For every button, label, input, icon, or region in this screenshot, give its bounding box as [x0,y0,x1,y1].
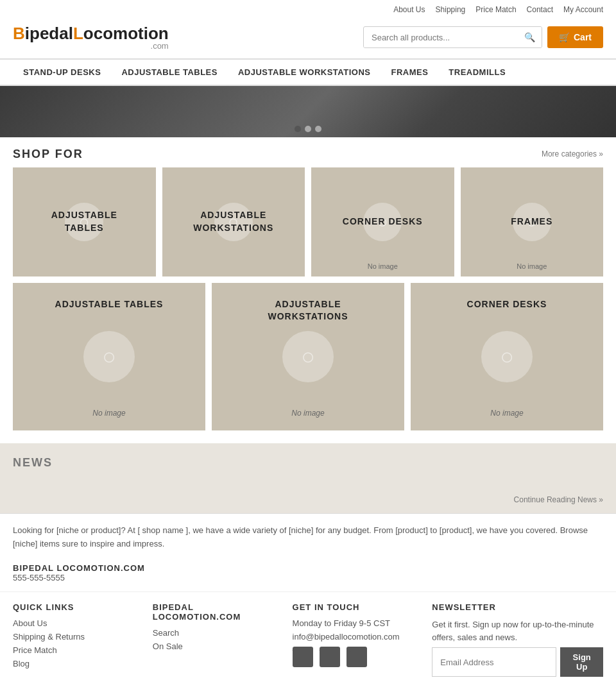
nav-frames[interactable]: FRAMES [381,60,438,85]
logo-sub: .com [13,42,169,51]
cat-no-image: No image [291,409,324,418]
cat-title: CORNER DESKS [336,216,429,228]
footer-pricematch-link[interactable]: Price Match [13,645,127,655]
contact-hours: Monday to Friday 9-5 CST [293,618,407,628]
cat-corner-desks-1[interactable]: ○ CORNER DESKS No image [311,167,454,276]
logo[interactable]: BipedalLocomotion .com [13,24,169,51]
brand-col-title: BIPEDAL LOCOMOTION.COM [153,602,267,622]
nav-adjustable-tables[interactable]: ADJUSTABLE TABLES [111,60,228,85]
newsletter-form: Sign Up [432,647,603,677]
footer-contact-bar: BIPEDAL LOCOMOTION.COM 555-555-5555 [0,559,616,591]
newsletter-email-input[interactable] [432,647,556,677]
cat-title: FRAMES [504,216,559,228]
cat-image-placeholder: ○ [282,331,334,382]
hero-dot-3[interactable] [315,126,321,132]
hero-dots [295,126,321,132]
footer-blurb: Looking for [niche or product]? At [ sho… [0,513,616,560]
hero-banner [0,86,616,137]
social-icons: t f p [293,647,407,671]
newsletter-desc: Get it first. Sign up now for up-to-the-… [432,618,603,643]
footer-phone: 555-555-5555 [13,573,603,582]
cart-icon: 🛒 [559,32,570,42]
news-continue: Continue Reading News » [13,476,603,513]
cat-title: ADJUSTABLEWORKSTATIONS [187,209,280,234]
hero-dot-1[interactable] [295,126,301,132]
shop-title: SHOP FOR [13,148,83,161]
news-title: NEWS [13,450,603,476]
search-box: 🔍 [363,26,542,48]
search-input[interactable] [364,28,518,47]
footer-shipping-link[interactable]: Shipping & Returns [13,632,127,642]
footer-contact-col: GET IN TOUCH Monday to Friday 9-5 CST in… [293,602,407,677]
header: BipedalLocomotion .com 🔍 🛒 Cart [0,19,616,58]
topbar-pricematch[interactable]: Price Match [475,5,516,14]
newsletter-signup-button[interactable]: Sign Up [560,647,603,677]
cat-title: ADJUSTABLETABLES [45,209,124,234]
footer-search-link[interactable]: Search [153,628,267,638]
contact-email: info@bipedallocomotion.com [293,632,407,642]
contact-col-title: GET IN TOUCH [293,602,407,612]
footer-blurb-text: Looking for [niche or product]? At [ sho… [13,525,588,548]
cart-button[interactable]: 🛒 Cart [547,26,603,48]
cat-frames-1[interactable]: ○ FRAMES No image [461,167,604,276]
footer-quicklinks-col: QUICK LINKS About Us Shipping & Returns … [13,602,127,677]
cat-no-image: No image [368,262,398,270]
cart-label: Cart [574,32,592,42]
topbar-myaccount[interactable]: My Account [563,5,603,14]
hero-dot-2[interactable] [305,126,311,132]
footer-newsletter-col: NEWSLETTER Get it first. Sign up now for… [432,602,603,677]
cat-image-placeholder: ○ [83,331,135,382]
more-categories-link[interactable]: More categories » [542,149,603,158]
nav-standup-desks[interactable]: STAND-UP DESKS [13,60,111,85]
footer-blog-link[interactable]: Blog [13,659,127,668]
cat-no-image: No image [490,409,523,418]
search-cart-area: 🔍 🛒 Cart [363,26,603,48]
newsletter-title: NEWSLETTER [432,602,603,612]
cat-title: ADJUSTABLEWORKSTATIONS [212,298,404,323]
continue-reading-link[interactable]: Continue Reading News » [514,495,603,504]
topbar-about[interactable]: About Us [393,5,425,14]
top-bar: About Us Shipping Price Match Contact My… [0,0,616,19]
footer-onsale-link[interactable]: On Sale [153,642,267,651]
cat-title: CORNER DESKS [411,298,603,311]
cat-title: ADJUSTABLE TABLES [13,298,205,311]
footer-about-link[interactable]: About Us [13,618,127,628]
category-row-2: ADJUSTABLE TABLES ○ No image ADJUSTABLEW… [0,283,616,443]
pinterest-icon[interactable]: p [346,647,367,667]
shop-section-header: SHOP FOR More categories » [0,137,616,167]
cat-adjustable-workstations-2[interactable]: ADJUSTABLEWORKSTATIONS ○ No image [212,283,404,430]
cat-no-image: No image [92,409,125,418]
cat-corner-desks-2[interactable]: CORNER DESKS ○ No image [411,283,603,430]
topbar-contact[interactable]: Contact [527,5,553,14]
cat-adjustable-workstations-1[interactable]: ○ ADJUSTABLEWORKSTATIONS [162,167,305,276]
main-nav: STAND-UP DESKS ADJUSTABLE TABLES ADJUSTA… [0,58,616,86]
nav-adjustable-workstations[interactable]: ADJUSTABLE WORKSTATIONS [228,60,381,85]
topbar-shipping[interactable]: Shipping [436,5,466,14]
cat-adjustable-tables-2[interactable]: ADJUSTABLE TABLES ○ No image [13,283,205,430]
cat-adjustable-tables-1[interactable]: ○ ADJUSTABLETABLES [13,167,156,276]
search-button[interactable]: 🔍 [518,27,542,47]
cat-no-image: No image [517,262,547,270]
twitter-icon[interactable]: t [293,647,313,667]
news-section: NEWS Continue Reading News » [0,443,616,513]
footer-brand-col: BIPEDAL LOCOMOTION.COM Search On Sale [153,602,267,677]
footer-columns: QUICK LINKS About Us Shipping & Returns … [0,591,616,680]
footer-brand-name: BIPEDAL LOCOMOTION.COM [13,563,603,573]
cat-image-placeholder: ○ [481,331,533,382]
category-row-1: ○ ADJUSTABLETABLES ○ ADJUSTABLEWORKSTATI… [0,167,616,283]
facebook-icon[interactable]: f [320,647,340,667]
nav-treadmills[interactable]: TREADMILLS [438,60,516,85]
quicklinks-title: QUICK LINKS [13,602,127,612]
